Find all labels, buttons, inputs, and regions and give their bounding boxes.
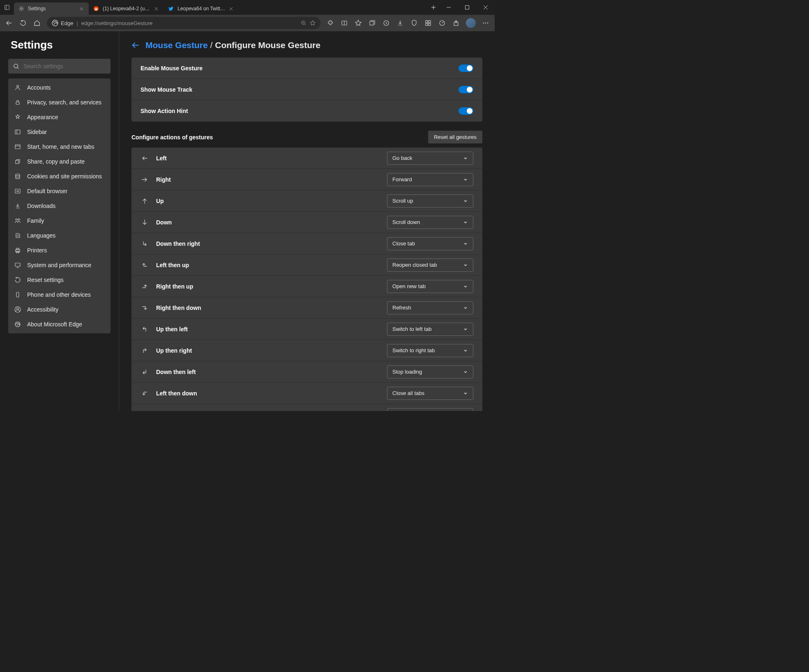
- home-button[interactable]: [30, 16, 44, 30]
- svg-rect-52: [16, 248, 19, 249]
- gesture-action-select[interactable]: Switch to left tab: [387, 323, 473, 336]
- close-window-button[interactable]: [476, 0, 495, 15]
- tab-label: Settings: [28, 6, 76, 12]
- nav-item[interactable]: System and performance: [8, 258, 111, 272]
- nav-item[interactable]: Family: [8, 213, 111, 228]
- gesture-action-select[interactable]: Reopen closed tab: [387, 259, 473, 272]
- gesture-name: Up: [156, 198, 387, 204]
- zoom-icon[interactable]: [301, 20, 307, 26]
- gesture-action-select[interactable]: Forward: [387, 173, 473, 186]
- nav-label: Start, home, and new tabs: [27, 143, 94, 150]
- breadcrumb-back-icon[interactable]: [131, 41, 140, 49]
- svg-rect-45: [16, 160, 18, 164]
- nav-item[interactable]: Accessibility: [8, 302, 111, 317]
- gesture-action-select[interactable]: Open new tab: [387, 280, 473, 293]
- gesture-action-value: Go back: [392, 155, 412, 161]
- nav-item[interactable]: Printers: [8, 243, 111, 258]
- toggle-switch[interactable]: [459, 65, 473, 72]
- svg-point-6: [95, 8, 98, 10]
- back-button[interactable]: [2, 16, 16, 30]
- svg-rect-40: [16, 102, 19, 104]
- svg-point-2: [21, 8, 22, 9]
- gesture-row: Left then downClose all tabs: [131, 383, 482, 404]
- toggle-switch[interactable]: [459, 107, 473, 115]
- gesture-action-select[interactable]: Go back: [387, 152, 473, 165]
- nav-item[interactable]: Privacy, search, and services: [8, 95, 111, 110]
- breadcrumb-parent[interactable]: Mouse Gesture: [145, 40, 208, 50]
- nav-label: Appearance: [27, 114, 58, 120]
- gesture-action-select[interactable]: Switch to right tab: [387, 344, 473, 357]
- reset-gestures-button[interactable]: Reset all gestures: [428, 131, 482, 143]
- gesture-action-select[interactable]: Refresh: [387, 301, 473, 314]
- gesture-action-value: Close all tabs: [392, 390, 424, 396]
- refresh-button[interactable]: [16, 16, 30, 30]
- gesture-action-select[interactable]: Close all tabs: [387, 387, 473, 400]
- browser-tab[interactable]: (1) Leopeva64-2 (u/Leopeva64-2): [89, 2, 164, 15]
- nav-item[interactable]: Start, home, and new tabs: [8, 139, 111, 154]
- nav-item[interactable]: About Microsoft Edge: [8, 317, 111, 332]
- nav-item[interactable]: Reset settings: [8, 272, 111, 287]
- minimize-button[interactable]: [439, 0, 458, 15]
- nav-item[interactable]: Downloads: [8, 199, 111, 213]
- gesture-action-select[interactable]: Close tab: [387, 237, 473, 250]
- gesture-name: Up then left: [156, 326, 387, 333]
- split-screen-icon[interactable]: [338, 16, 351, 30]
- gesture-up-left-icon: [141, 325, 149, 333]
- nav-item[interactable]: Cookies and site permissions: [8, 169, 111, 184]
- nav-item[interactable]: Accounts: [8, 80, 111, 95]
- toggle-row: Show Action Hint: [131, 100, 482, 122]
- gesture-action-select[interactable]: Scroll down: [387, 216, 473, 229]
- security-icon[interactable]: [408, 16, 421, 30]
- svg-rect-26: [370, 21, 373, 25]
- tab-close-icon[interactable]: [228, 5, 234, 12]
- settings-search[interactable]: [8, 59, 111, 74]
- nav-label: Privacy, search, and services: [27, 99, 101, 106]
- gesture-row: Up then rightSwitch to right tab: [131, 340, 482, 361]
- toggle-switch[interactable]: [459, 86, 473, 93]
- performance-icon[interactable]: [436, 16, 449, 30]
- nav-item[interactable]: Languages: [8, 228, 111, 243]
- new-tab-button[interactable]: [428, 2, 439, 13]
- more-menu-icon[interactable]: [479, 16, 492, 30]
- share-icon[interactable]: [449, 16, 463, 30]
- nav-item[interactable]: Appearance: [8, 110, 111, 125]
- nav-item[interactable]: Default browser: [8, 184, 111, 199]
- collections-icon[interactable]: [366, 16, 379, 30]
- search-input[interactable]: [23, 63, 106, 69]
- nav-item[interactable]: Share, copy and paste: [8, 154, 111, 169]
- favorites-icon[interactable]: [352, 16, 365, 30]
- breadcrumb-sep: /: [210, 40, 213, 50]
- tab-strip: Settings(1) Leopeva64-2 (u/Leopeva64-2)L…: [14, 0, 426, 15]
- nav-item[interactable]: Sidebar: [8, 125, 111, 139]
- nav-label: Accessibility: [27, 306, 58, 313]
- address-bar[interactable]: Edge | edge://settings/mouseGesture: [47, 17, 320, 29]
- history-icon[interactable]: [380, 16, 393, 30]
- nav-item[interactable]: Phone and other devices: [8, 287, 111, 302]
- search-icon: [13, 63, 19, 69]
- gesture-name: Right then down: [156, 305, 387, 311]
- gesture-action-select[interactable]: Scroll up: [387, 194, 473, 208]
- apps-icon[interactable]: [422, 16, 435, 30]
- nav-icon: [14, 276, 21, 284]
- maximize-button[interactable]: [458, 0, 476, 15]
- browser-tab[interactable]: Leopeva64 on Twitter: "There are t: [164, 2, 238, 15]
- address-separator: |: [76, 20, 78, 26]
- extensions-icon[interactable]: [324, 16, 337, 30]
- gesture-row: DownScroll down: [131, 212, 482, 233]
- chevron-down-icon: [463, 177, 468, 182]
- nav-label: System and performance: [27, 262, 91, 268]
- favorite-star-icon[interactable]: [310, 20, 316, 26]
- gesture-action-value: Close tab: [392, 240, 415, 247]
- downloads-icon[interactable]: [394, 16, 407, 30]
- gesture-action-select[interactable]: Stop loading: [387, 365, 473, 379]
- chevron-down-icon: [463, 391, 468, 396]
- profile-avatar[interactable]: [466, 18, 476, 28]
- chevron-down-icon: [463, 241, 468, 246]
- tab-close-icon[interactable]: [153, 5, 159, 12]
- window-controls: [439, 0, 495, 15]
- tab-actions-icon[interactable]: [4, 5, 10, 10]
- nav-icon: [14, 99, 21, 106]
- tab-close-icon[interactable]: [78, 5, 85, 12]
- gesture-action-select[interactable]: Scroll to bottom: [387, 408, 473, 411]
- browser-tab[interactable]: Settings: [14, 2, 89, 15]
